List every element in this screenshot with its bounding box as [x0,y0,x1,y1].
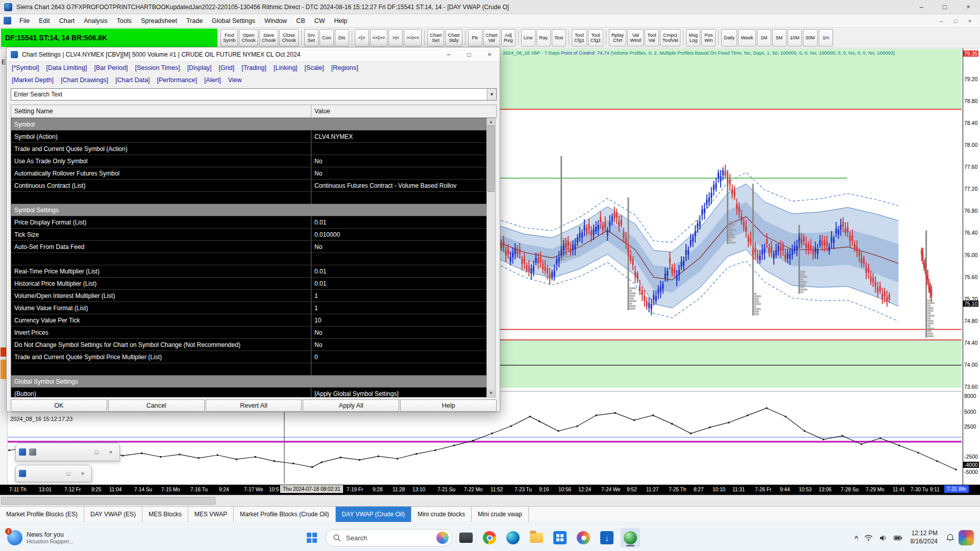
setting-value[interactable]: No [311,329,487,336]
settings-row[interactable]: (Button)[Apply Global Symbol Settings] [11,388,487,397]
settings-row[interactable]: Volume Value Format (List)1 [11,302,487,314]
notifications-bell-icon[interactable] [944,528,957,547]
scroll-up-icon[interactable]: ▲ [487,118,495,126]
hidden-icons-chevron-icon[interactable]: ^ [853,528,860,547]
dialog-close-button[interactable]: × [479,47,500,61]
tray-app-color-icon[interactable] [959,530,974,545]
settings-scrollbar[interactable]: ▲ ▼ [486,118,496,397]
dialog-menu-market-depth[interactable]: [Market Depth] [12,77,54,84]
dialog-menu-symbol[interactable]: [*Symbol] [12,64,39,71]
setting-value[interactable]: Continuous Futures Contract - Volume Bas… [311,182,487,189]
setting-value[interactable]: 0 [311,354,487,361]
settings-row[interactable]: Real-Time Price Multiplier (List)0.01 [11,265,487,278]
settings-search-input[interactable] [11,89,487,100]
chartbook-tab-mes-vwap[interactable]: MES VWAP [188,507,234,522]
dialog-menu-grid[interactable]: [Grid] [219,64,235,71]
dialog-menu-view[interactable]: View [228,77,242,84]
settings-row[interactable]: Volume/Open Interest Multiplier (List)1 [11,290,487,302]
wifi-icon[interactable] [862,528,875,547]
settings-row[interactable]: Do Not Change Symbol Settings for Chart … [11,339,487,351]
price-scale[interactable]: 79.3579.2078.8078.4078.0077.6077.2076.80… [963,48,980,485]
setting-value[interactable]: 0.010000 [311,231,487,238]
setting-value[interactable]: 10 [311,317,487,324]
news-widget[interactable]: 1 News for you Houston Rapper... [2,527,79,548]
search-dropdown-icon[interactable]: ▼ [487,89,496,100]
close-icon[interactable]: × [105,449,116,455]
settings-row[interactable]: Price Display Format (List)0.01 [11,216,487,229]
sierra-chart-app-icon[interactable] [621,528,640,547]
search-highlight-image[interactable] [436,532,449,544]
edge-icon[interactable] [503,528,523,547]
setting-value[interactable]: No [311,341,487,348]
dialog-maximize-button[interactable]: □ [459,47,479,61]
restore-icon[interactable]: □ [63,470,74,477]
start-button[interactable] [302,528,322,547]
window-preview-icon[interactable] [456,528,476,547]
installer-icon[interactable]: ↓ [597,528,617,547]
cancel-button[interactable]: Cancel [108,399,205,412]
photos-icon[interactable] [574,528,593,547]
settings-row[interactable]: Auto-Set From Data FeedNo [11,241,487,253]
ok-button[interactable]: OK [11,399,107,412]
settings-scrollbar-thumb[interactable] [487,126,495,192]
setting-value[interactable]: CLV4.NYMEX [311,133,487,140]
volume-icon[interactable] [877,528,890,547]
taskbar-search[interactable]: Search [326,529,452,546]
setting-value[interactable]: No [311,243,487,251]
setting-value[interactable]: 0.01 [311,268,487,275]
dialog-menu-trading[interactable]: [Trading] [241,64,266,71]
chrome-icon[interactable] [480,528,499,547]
setting-value[interactable]: No [311,170,487,177]
settings-row[interactable]: Historical Price Multiplier (List)0.01 [11,278,487,290]
help-button[interactable]: Help [400,399,497,412]
scrollbar-thumb[interactable] [1,497,215,505]
chartbook-tab-day-vwap-crude-oil-[interactable]: DAY VWAP (Crude Oil) [336,507,412,522]
chartbook-tab-mini-crude-blocks[interactable]: Mini crude blocks [411,507,472,522]
dialog-menu-chart-data[interactable]: [Chart Data] [115,77,150,84]
chartbook-tab-mini-crude-vwap[interactable]: Mini crude vwap [472,507,529,522]
horizontal-scrollbar[interactable] [0,495,980,506]
minimized-chart-window[interactable]: □ × [15,443,120,461]
setting-value[interactable]: 1 [311,292,487,299]
setting-value[interactable]: 0.01 [311,280,487,287]
dialog-menu-session-times[interactable]: [Session Times] [135,64,180,71]
dialog-menu-chart-drawings[interactable]: [Chart Drawings] [61,77,108,84]
settings-row[interactable]: Currency Value Per Tick10 [11,314,487,327]
apply-all-button[interactable]: Apply All [303,399,399,412]
settings-row[interactable]: Symbol (Action)CLV4.NYMEX [11,131,487,143]
time-axis[interactable]: 7-11 Th13:017-12 Fr9:2511:047-14 Su7-15 … [0,485,980,495]
dialog-menu-regions[interactable]: [Regions] [331,64,358,71]
dialog-menu-linking[interactable]: [Linking] [274,64,298,71]
settings-row[interactable]: Trade and Current Quote Symbol Price Mul… [11,351,487,363]
settings-row[interactable]: Trade and Current Quote Symbol (Action) [11,143,487,155]
dialog-title-bar[interactable]: Chart Settings | CLV4.NYMEX [CBV][M] 500… [7,47,500,62]
scroll-down-icon[interactable]: ▼ [487,390,495,397]
settings-row[interactable]: Tick Size0.010000 [11,229,487,241]
dialog-menu-display[interactable]: [Display] [187,64,212,71]
setting-value[interactable]: 0.01 [311,219,487,226]
taskbar-clock[interactable]: 12:12 PM 8/16/2024 [911,530,938,545]
setting-value[interactable]: No [311,158,487,165]
chartbook-tab-market-profile-blocks-es-[interactable]: Market Profile Blocks (ES) [0,507,84,522]
minimized-chart-window[interactable]: □ × [15,465,92,482]
chartbook-tab-day-vwap-es-[interactable]: DAY VWAP (ES) [84,507,142,522]
setting-value[interactable]: 1 [311,305,487,312]
chartbook-tab-market-profile-blocks-crude-oil-[interactable]: Market Profile Blocks (Crude Oil) [234,507,336,522]
revert-all-button[interactable]: Revert All [206,399,302,412]
settings-row[interactable]: Continuous Contract (List)Continuous Fut… [11,180,487,192]
dialog-menu-performance[interactable]: [Performance] [157,77,197,84]
close-icon[interactable]: × [77,470,88,477]
battery-icon[interactable] [892,528,904,547]
settings-row[interactable]: Use As Trade Only SymbolNo [11,155,487,167]
dialog-menu-bar-period[interactable]: [Bar Period] [94,64,128,71]
chartbook-tab-mes-blocks[interactable]: MES Blocks [142,507,188,522]
restore-icon[interactable]: □ [91,449,102,455]
store-icon[interactable] [550,528,570,547]
dialog-menu-data-limiting[interactable]: [Data Limiting] [46,64,87,71]
file-explorer-icon[interactable] [527,528,546,547]
dialog-menu-alert[interactable]: [Alert] [204,77,221,84]
setting-value[interactable]: [Apply Global Symbol Settings] [311,390,487,397]
dialog-minimize-button[interactable]: – [438,47,459,61]
settings-row[interactable]: Automatically Rollover Futures SymbolNo [11,167,487,180]
settings-row[interactable]: Invert PricesNo [11,327,487,339]
